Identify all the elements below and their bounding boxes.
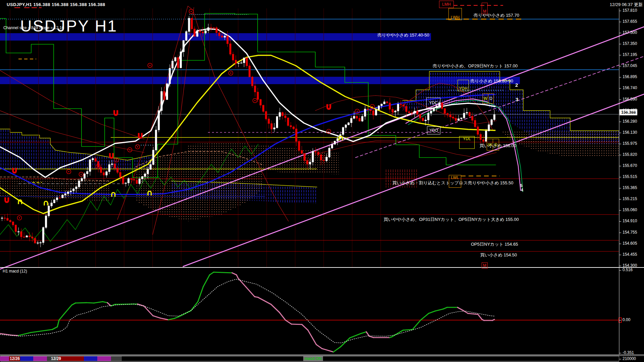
- wave-count-label: 4: [521, 188, 523, 192]
- macd-on-chip[interactable]: macd ON: [303, 356, 323, 361]
- axis-tick-label: 155.820: [623, 152, 637, 157]
- sell-signal-icon: ∪: [326, 102, 332, 111]
- axis-tick: [619, 33, 621, 33]
- level-box-lwh: LWH: [448, 8, 462, 20]
- macd-pane-label: H1 macd (12): [3, 269, 27, 274]
- axis-tick: [619, 221, 621, 222]
- level-box-ydo: YDO: [427, 126, 440, 134]
- axis-tick: [619, 122, 621, 122]
- axis-tick-label: -0.351: [623, 350, 634, 355]
- axis-tick-label: 155.670: [623, 163, 637, 168]
- axis-tick-label: 157.045: [623, 63, 637, 68]
- step-indicator-lines: [0, 13, 496, 241]
- trading-chart-window: ∪∪∪∪∪∪∩∩∩∩∩ USDJPY,H1 156.388 156.388 15…: [0, 0, 644, 362]
- axis-tick-label: 0.516: [623, 267, 633, 272]
- wave-count-label: 3: [516, 97, 518, 102]
- level-box-w-lower: W: [487, 139, 493, 150]
- sell-signal-icon: ∪: [113, 108, 119, 117]
- axis-tick-label: 156.895: [623, 74, 637, 79]
- axis-tick-label: 154.755: [623, 230, 637, 235]
- axis-tick: [619, 233, 621, 233]
- order-note: OP5日NYカット 154.65: [471, 241, 518, 247]
- axis-tick-label: 154.300: [623, 263, 637, 268]
- timeline-date: 12/29: [51, 356, 61, 361]
- axis-tick: [619, 199, 621, 199]
- symbol-ticker: USDJPY,H1 156.388 156.388 156.388 156.38…: [7, 2, 105, 7]
- axis-tick: [619, 166, 621, 166]
- axis-tick: [619, 77, 621, 77]
- buy-signal-icon: ∩: [147, 188, 152, 197]
- axis-tick-label: 155.515: [623, 174, 637, 179]
- axis-tick-label: 154.605: [623, 241, 637, 246]
- axis-tick: [619, 177, 621, 177]
- axis-tick-label: 156.435: [623, 108, 637, 113]
- axis-tick-label: 155.060: [623, 207, 637, 212]
- level-box-ydl: YDL: [459, 136, 475, 149]
- ticker-underline: [24, 7, 30, 8]
- axis-tick: [619, 255, 621, 255]
- axis-tick: [619, 188, 621, 188]
- timeline-date: 12/26: [10, 356, 20, 361]
- axis-tick: [619, 270, 621, 270]
- axis-tick-label: 157.500: [623, 30, 637, 35]
- ticker-underline: [14, 7, 20, 8]
- level-box-m-bottom: M: [482, 262, 488, 268]
- level-box-w-upper: W: [483, 94, 488, 104]
- axis-tick: [619, 88, 621, 88]
- ticker-underline: [32, 7, 37, 8]
- axis-tick-label: 154.455: [623, 252, 637, 257]
- symbol-watermark: USDJPY H1: [20, 17, 117, 35]
- level-box-ydh: YDH: [458, 80, 469, 91]
- buy-signal-icon: ∩: [338, 133, 343, 142]
- axis-tick: [619, 144, 621, 144]
- axis-tick: [619, 133, 621, 133]
- axis-tick-label: 155.365: [623, 185, 637, 190]
- axis-tick-label: 154.910: [623, 219, 637, 223]
- axis-tick: [619, 11, 621, 11]
- axis-tick-label: 155.215: [623, 196, 637, 201]
- order-note: 売り小さめ 156.80-90: [470, 78, 513, 84]
- last-updated: 12/29 06:37 更新: [610, 2, 643, 8]
- buy-signal-icon: ∩: [17, 196, 23, 205]
- axis-tick: [619, 353, 621, 353]
- axis-tick: [619, 22, 621, 22]
- order-note: 売りやや小さめ 157.40-50: [377, 32, 429, 38]
- axis-tick: [619, 244, 621, 244]
- order-note: 買いやや小さめ、OP31日NYカット、OP5日NYカット大きめ 155.00: [384, 217, 519, 223]
- level-box-ydc: YDC: [426, 98, 440, 108]
- axis-tick-label: 157.195: [623, 52, 637, 57]
- axis-tick-label: 156.740: [623, 85, 637, 90]
- macd-indicator: [0, 272, 622, 352]
- buy-signal-icon: ∩: [110, 189, 116, 198]
- axis-tick-label: 157.810: [623, 8, 637, 13]
- axis-tick: [619, 320, 621, 320]
- order-note: 売りやや小さめ、OP29日NYカット 157.00: [433, 63, 518, 69]
- axis-tick-label: 210000: [623, 356, 636, 361]
- axis-tick: [619, 55, 621, 55]
- wave-count-label: 2: [515, 82, 518, 88]
- axis-tick-label: 0.00: [623, 317, 630, 322]
- axis-tick-label: 157.350: [623, 41, 637, 46]
- axis-tick-label: 156.130: [623, 130, 637, 135]
- level-box-m-top: M: [482, 3, 488, 14]
- order-note: 買い小さめ 154.50: [480, 252, 517, 258]
- axis-tick: [619, 155, 621, 155]
- wave-count-label: 5: [520, 183, 523, 188]
- session-separators: [10, 8, 381, 267]
- sell-signal-icon: ∪: [137, 131, 143, 140]
- axis-tick-label: 157.655: [623, 19, 637, 24]
- axis-tick: [619, 210, 621, 210]
- sell-signal-icon: ∪: [108, 151, 114, 160]
- price-chart-canvas[interactable]: ∪∪∪∪∪∪∩∩∩∩∩: [0, 0, 644, 362]
- level-box-d-lower: D: [493, 139, 499, 150]
- level-box-lwl: LWL: [449, 175, 461, 188]
- axis-tick: [619, 266, 621, 266]
- axis-tick: [619, 66, 621, 66]
- order-note: 売りやや小さめ 157.70: [474, 12, 519, 18]
- axis-tick-label: 155.975: [623, 141, 637, 146]
- axis-tick: [619, 359, 621, 359]
- ticker-underline: [39, 7, 42, 8]
- candlesticks: [1, 16, 495, 247]
- axis-tick-label: 156.280: [623, 119, 637, 124]
- axis-tick-label: 156.590: [623, 97, 637, 102]
